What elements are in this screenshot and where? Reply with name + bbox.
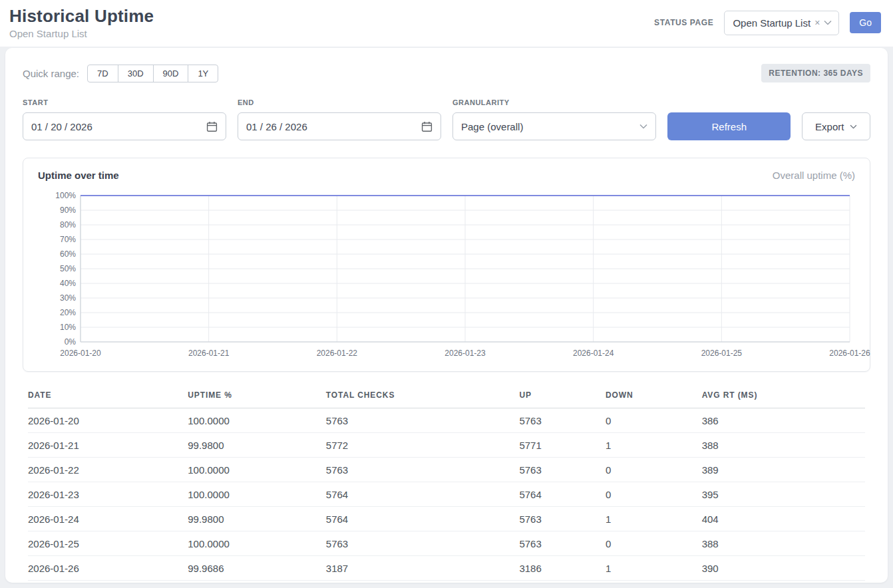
- table-cell: 2026-01-26: [28, 556, 188, 581]
- table-row: 2026-01-25100.0000576357630388: [28, 531, 865, 556]
- svg-text:2026-01-26: 2026-01-26: [829, 349, 870, 358]
- end-date-value: 01 / 26 / 2026: [246, 121, 307, 132]
- table-cell: 100.0000: [188, 458, 326, 482]
- table-header-row: DATE UPTIME % TOTAL CHECKS UP DOWN AVG R…: [28, 388, 865, 408]
- table-cell: 2026-01-22: [28, 458, 188, 482]
- table-cell: 388: [702, 531, 865, 556]
- table-cell: 2026-01-24: [28, 507, 188, 531]
- controls-top-row: Quick range: 7D 30D 90D 1Y RETENTION: 36…: [23, 64, 870, 82]
- table-cell: 100.0000: [188, 408, 326, 433]
- table-cell: 99.9800: [188, 507, 326, 531]
- svg-text:50%: 50%: [60, 264, 76, 273]
- table-row: 2026-01-2499.9800576457631404: [28, 507, 865, 531]
- table-cell: 2026-01-21: [28, 433, 188, 458]
- svg-text:2026-01-21: 2026-01-21: [188, 349, 230, 358]
- table-cell: 5763: [519, 531, 606, 556]
- table-cell: 1: [606, 433, 702, 458]
- end-date-field: END 01 / 26 / 2026: [238, 98, 441, 140]
- svg-text:90%: 90%: [60, 206, 76, 215]
- table-cell: 99.9800: [188, 433, 326, 458]
- end-date-input[interactable]: 01 / 26 / 2026: [238, 112, 441, 140]
- table-cell: 390: [702, 556, 865, 581]
- table-cell: 5764: [519, 482, 606, 507]
- column-header-total-checks: TOTAL CHECKS: [326, 388, 520, 408]
- start-date-field: START 01 / 20 / 2026: [23, 98, 226, 140]
- granularity-value: Page (overall): [461, 121, 523, 132]
- column-header-uptime: UPTIME %: [188, 388, 326, 408]
- granularity-select[interactable]: Page (overall): [452, 112, 656, 140]
- svg-text:40%: 40%: [60, 279, 76, 288]
- svg-text:2026-01-20: 2026-01-20: [60, 349, 101, 358]
- table-cell: 5763: [326, 408, 520, 433]
- chevron-down-icon: [850, 124, 857, 129]
- export-button[interactable]: Export: [802, 112, 870, 140]
- column-header-up: UP: [519, 388, 606, 408]
- table-row: 2026-01-20100.0000576357630386: [28, 408, 865, 433]
- quick-range-7d[interactable]: 7D: [87, 65, 118, 82]
- status-page-select[interactable]: Open Startup List ×: [724, 11, 839, 35]
- uptime-table-wrap: DATE UPTIME % TOTAL CHECKS UP DOWN AVG R…: [23, 388, 870, 581]
- quick-range-buttons: 7D 30D 90D 1Y: [87, 65, 218, 82]
- start-date-input[interactable]: 01 / 20 / 2026: [23, 112, 226, 140]
- table-cell: 0: [606, 531, 702, 556]
- table-cell: 5763: [519, 458, 606, 482]
- table-row: 2026-01-22100.0000576357630389: [28, 458, 865, 482]
- uptime-table: DATE UPTIME % TOTAL CHECKS UP DOWN AVG R…: [28, 388, 865, 581]
- table-cell: 2026-01-25: [28, 531, 188, 556]
- retention-badge: RETENTION: 365 DAYS: [761, 64, 870, 82]
- chevron-down-icon: [639, 124, 647, 129]
- table-cell: 395: [702, 482, 865, 507]
- svg-text:60%: 60%: [60, 249, 76, 259]
- table-cell: 99.9686: [188, 556, 326, 581]
- table-cell: 2026-01-23: [28, 482, 188, 507]
- quick-range-30d[interactable]: 30D: [118, 65, 154, 82]
- quick-range-90d[interactable]: 90D: [153, 65, 189, 82]
- chart-header: Uptime over time Overall uptime (%): [38, 170, 855, 181]
- table-cell: 404: [702, 507, 865, 531]
- table-cell: 5763: [519, 507, 606, 531]
- uptime-table-body: 2026-01-20100.00005763576303862026-01-21…: [28, 408, 865, 581]
- chart-title: Uptime over time: [38, 170, 119, 181]
- chevron-down-icon: [824, 20, 832, 25]
- quick-range-1y[interactable]: 1Y: [188, 65, 218, 82]
- filter-form-row: START 01 / 20 / 2026 END 01 / 26 / 2026 …: [23, 98, 870, 140]
- calendar-icon[interactable]: [421, 121, 433, 132]
- chart-legend: Overall uptime (%): [773, 170, 855, 181]
- table-cell: 0: [606, 408, 702, 433]
- clear-selection-icon[interactable]: ×: [814, 17, 820, 28]
- table-cell: 0: [606, 482, 702, 507]
- svg-text:100%: 100%: [55, 191, 76, 200]
- table-row: 2026-01-2699.9686318731861390: [28, 556, 865, 581]
- page-title: Historical Uptime: [9, 6, 154, 27]
- quick-range-group: Quick range: 7D 30D 90D 1Y: [23, 65, 218, 82]
- table-cell: 0: [606, 458, 702, 482]
- table-cell: 3187: [326, 556, 520, 581]
- table-row: 2026-01-2199.9800577257711388: [28, 433, 865, 458]
- table-cell: 100.0000: [188, 482, 326, 507]
- export-button-label: Export: [815, 121, 844, 132]
- start-date-label: START: [23, 98, 226, 106]
- calendar-icon[interactable]: [206, 121, 218, 132]
- chart-area: 0%10%20%30%40%50%60%70%80%90%100%2026-01…: [38, 190, 855, 365]
- table-row: 2026-01-23100.0000576457640395: [28, 482, 865, 507]
- main-panel: Quick range: 7D 30D 90D 1Y RETENTION: 36…: [5, 48, 888, 583]
- table-cell: 3186: [519, 556, 606, 581]
- column-header-date: DATE: [28, 388, 188, 408]
- table-cell: 388: [702, 433, 865, 458]
- quick-range-label: Quick range:: [23, 68, 79, 79]
- page-subtitle: Open Startup List: [9, 28, 154, 39]
- uptime-chart-card: Uptime over time Overall uptime (%) 0%10…: [23, 158, 870, 372]
- title-block: Historical Uptime Open Startup List: [9, 6, 154, 39]
- go-button[interactable]: Go: [850, 12, 881, 33]
- svg-text:30%: 30%: [60, 293, 76, 303]
- svg-text:2026-01-23: 2026-01-23: [445, 349, 486, 358]
- refresh-button[interactable]: Refresh: [667, 112, 791, 140]
- svg-text:20%: 20%: [60, 308, 76, 317]
- table-cell: 1: [606, 556, 702, 581]
- table-cell: 1: [606, 507, 702, 531]
- app-header: Historical Uptime Open Startup List STAT…: [0, 0, 893, 47]
- start-date-value: 01 / 20 / 2026: [31, 121, 92, 132]
- svg-text:2026-01-24: 2026-01-24: [573, 349, 614, 358]
- column-header-avg-rt: AVG RT (MS): [702, 388, 865, 408]
- status-page-label: STATUS PAGE: [654, 18, 713, 27]
